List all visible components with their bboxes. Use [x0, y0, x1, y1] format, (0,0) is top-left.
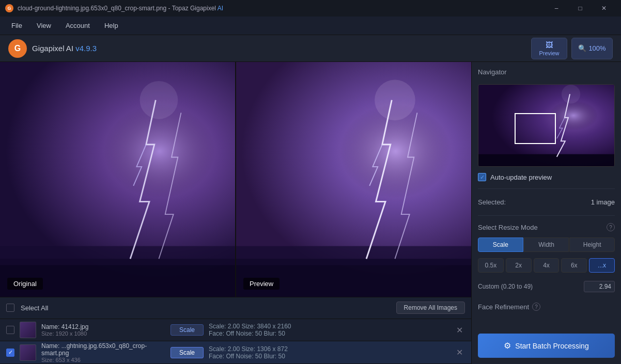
- app-icon: G: [5, 4, 13, 12]
- menu-view[interactable]: View: [30, 20, 57, 31]
- divider-2: [478, 215, 615, 216]
- selected-value: 1 image: [591, 198, 615, 206]
- svg-point-9: [375, 80, 415, 120]
- app-header: G Gigapixel AI v4.9.3 🖼 Preview 🔍 100%: [0, 35, 621, 62]
- selected-row: Selected: 1 image: [478, 196, 615, 208]
- row-2-file-info: Name: ...ghtning.jpg.653x0_q80_crop-smar…: [41, 342, 165, 363]
- preview-icon: 🖼: [546, 41, 553, 49]
- row-1-thumbnail: [20, 322, 36, 338]
- minimize-button[interactable]: –: [545, 0, 568, 17]
- auto-update-row: Auto-update preview: [478, 173, 615, 181]
- resize-mode-height-button[interactable]: Height: [569, 238, 615, 252]
- row-1-remove-button[interactable]: ✕: [454, 324, 465, 336]
- zoom-button[interactable]: 🔍 100%: [571, 38, 613, 59]
- menu-account[interactable]: Account: [59, 20, 96, 31]
- resize-mode-label: Select Resize Mode: [478, 224, 603, 231]
- svg-rect-3: [0, 246, 235, 265]
- menu-file[interactable]: File: [5, 20, 28, 31]
- navigator-thumbnail[interactable]: [478, 84, 615, 167]
- row-1-process-info: Scale: 2.00 Size: 3840 x 2160 Face: Off …: [209, 323, 448, 337]
- auto-update-label: Auto-update preview: [490, 173, 552, 181]
- resize-mode-help-icon[interactable]: ?: [607, 223, 615, 231]
- selected-label: Selected:: [478, 198, 506, 206]
- svg-rect-8: [236, 246, 471, 265]
- row-1-filename: Name: 41412.jpg: [41, 323, 165, 330]
- close-button[interactable]: ✕: [592, 0, 616, 17]
- preview-image: [236, 62, 471, 297]
- original-pane: Original: [0, 62, 235, 297]
- preview-lightning-svg: [236, 62, 471, 297]
- row-2-scale-button[interactable]: Scale: [170, 347, 204, 358]
- divider-1: [478, 188, 615, 189]
- resize-mode-width-button[interactable]: Width: [524, 238, 569, 252]
- right-panel: Navigator: [471, 62, 621, 364]
- maximize-button[interactable]: □: [568, 0, 592, 17]
- select-all-checkbox[interactable]: [6, 304, 14, 312]
- header-controls: 🖼 Preview 🔍 100%: [531, 38, 613, 59]
- row-2-checkbox[interactable]: [6, 349, 14, 357]
- row-1-scale-button[interactable]: Scale: [170, 324, 204, 336]
- svg-rect-12: [478, 154, 614, 166]
- logo-icon: G: [8, 39, 27, 58]
- window-controls: – □ ✕: [545, 0, 616, 17]
- navigator-label: Navigator: [478, 68, 615, 76]
- image-list-area: Select All Remove All Images Name: 41412…: [0, 297, 471, 364]
- face-refinement-label: Face Refinement: [478, 303, 529, 311]
- row-2-filename: Name: ...ghtning.jpg.653x0_q80_crop-smar…: [41, 342, 165, 357]
- batch-icon: ⚙: [504, 341, 511, 351]
- preview-button[interactable]: 🖼 Preview: [531, 38, 567, 59]
- start-batch-button[interactable]: ⚙ Start Batch Processing: [478, 334, 615, 358]
- resize-mode-scale-button[interactable]: Scale: [478, 238, 523, 252]
- original-lightning-svg: [0, 62, 235, 297]
- face-refinement-row: Face Refinement ?: [478, 300, 615, 313]
- face-refinement-help-icon[interactable]: ?: [532, 303, 540, 311]
- scale-6x-button[interactable]: 6x: [561, 258, 587, 273]
- row-1-checkbox[interactable]: [6, 326, 14, 334]
- logo-area: G Gigapixel AI v4.9.3: [8, 39, 531, 58]
- original-label: Original: [7, 278, 43, 290]
- scale-05x-button[interactable]: 0.5x: [478, 258, 504, 273]
- resize-mode-row: Select Resize Mode ?: [478, 223, 615, 231]
- main-layout: Original: [0, 62, 621, 364]
- auto-update-checkbox[interactable]: [478, 173, 486, 181]
- remove-all-button[interactable]: Remove All Images: [396, 302, 465, 314]
- row-2-thumbnail: [20, 344, 36, 361]
- scale-custom-button[interactable]: ...x: [589, 258, 615, 273]
- image-list-header: Select All Remove All Images: [0, 297, 471, 319]
- svg-point-13: [562, 85, 580, 103]
- navigator-viewport: [515, 113, 556, 144]
- custom-scale-label: Custom (0.20 to 49): [478, 283, 533, 290]
- scale-presets: 0.5x 2x 4x 6x ...x: [478, 258, 615, 273]
- custom-scale-row: Custom (0.20 to 49): [478, 279, 615, 294]
- title-bar: G cloud-ground-lightning.jpg.653x0_q80_c…: [0, 0, 621, 17]
- title-text: cloud-ground-lightning.jpg.653x0_q80_cro…: [18, 5, 540, 12]
- zoom-icon: 🔍: [578, 44, 586, 52]
- row-2-filesize: Size: 653 x 436: [41, 357, 165, 363]
- row-1-filesize: Size: 1920 x 1080: [41, 330, 165, 337]
- row-2-remove-button[interactable]: ✕: [454, 347, 465, 358]
- image-row: Name: 41412.jpg Size: 1920 x 1080 Scale …: [0, 319, 471, 342]
- menu-bar: File View Account Help: [0, 17, 621, 35]
- scale-2x-button[interactable]: 2x: [506, 258, 532, 273]
- logo-text: Gigapixel AI v4.9.3: [32, 44, 97, 53]
- row-2-process-info: Scale: 2.00 Size: 1306 x 872 Face: Off N…: [209, 345, 448, 360]
- preview-area: Original: [0, 62, 471, 364]
- preview-pane: Preview: [235, 62, 471, 297]
- select-all-label: Select All: [21, 304, 390, 312]
- row-1-file-info: Name: 41412.jpg Size: 1920 x 1080: [41, 323, 165, 337]
- scale-4x-button[interactable]: 4x: [534, 258, 560, 273]
- preview-label: Preview: [243, 278, 280, 290]
- custom-scale-input[interactable]: [584, 281, 615, 292]
- svg-point-4: [140, 81, 178, 119]
- image-comparison: Original: [0, 62, 471, 297]
- menu-help[interactable]: Help: [98, 20, 125, 31]
- original-image: [0, 62, 235, 297]
- image-row: Name: ...ghtning.jpg.653x0_q80_crop-smar…: [0, 341, 471, 364]
- resize-mode-buttons: Scale Width Height: [478, 238, 615, 252]
